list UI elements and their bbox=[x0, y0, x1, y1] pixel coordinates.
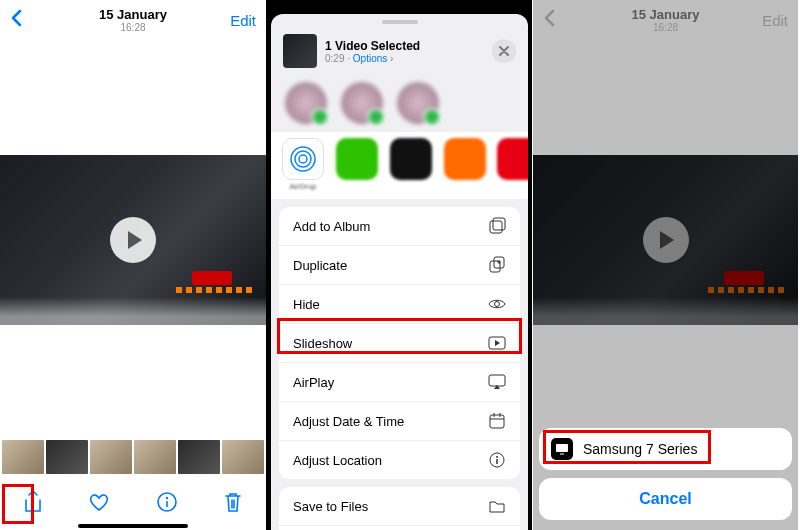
app-icon[interactable] bbox=[444, 138, 486, 180]
action-airplay[interactable]: AirPlay bbox=[279, 363, 520, 402]
nav-time: 16:28 bbox=[0, 22, 266, 33]
wechat-icon[interactable] bbox=[336, 138, 378, 180]
action-add-to-album[interactable]: Add to Album bbox=[279, 207, 520, 246]
action-open-qqmail[interactable]: Open in QQ Mail bbox=[279, 526, 520, 530]
selection-header: 1 Video Selected 0:29 · Options › bbox=[271, 30, 528, 78]
svg-rect-11 bbox=[489, 375, 505, 386]
actions-group-2: Save to Files Open in QQ Mail bbox=[279, 487, 520, 530]
app-airdrop[interactable]: AirDrop bbox=[281, 138, 325, 191]
svg-rect-6 bbox=[493, 218, 505, 230]
play-icon[interactable] bbox=[110, 217, 156, 263]
video-preview[interactable] bbox=[0, 155, 266, 325]
svg-rect-12 bbox=[490, 415, 504, 428]
nav-date: 15 January bbox=[0, 7, 266, 22]
folder-icon bbox=[488, 497, 506, 515]
selection-thumbnail bbox=[283, 34, 317, 68]
bottom-toolbar bbox=[0, 484, 266, 520]
options-link[interactable]: Options bbox=[353, 53, 387, 64]
app-label: AirDrop bbox=[281, 182, 325, 191]
duplicate-icon bbox=[488, 256, 506, 274]
action-adjust-location[interactable]: Adjust Location bbox=[279, 441, 520, 479]
svg-point-1 bbox=[166, 497, 168, 499]
sheet-grabber[interactable] bbox=[382, 20, 418, 24]
nav-bar: 15 January 16:28 Edit bbox=[0, 0, 266, 40]
info-icon bbox=[488, 451, 506, 469]
svg-point-3 bbox=[295, 151, 311, 167]
edit-button[interactable]: Edit bbox=[230, 12, 256, 29]
info-icon[interactable] bbox=[156, 491, 178, 513]
app-icon[interactable] bbox=[497, 138, 528, 180]
action-adjust-date[interactable]: Adjust Date & Time bbox=[279, 402, 520, 441]
cancel-button[interactable]: Cancel bbox=[539, 478, 792, 520]
home-indicator bbox=[78, 524, 188, 528]
decor-stripes bbox=[176, 287, 256, 293]
svg-point-2 bbox=[299, 155, 307, 163]
action-save-to-files[interactable]: Save to Files bbox=[279, 487, 520, 526]
airplay-icon bbox=[488, 373, 506, 391]
svg-point-9 bbox=[495, 302, 500, 307]
heart-icon[interactable] bbox=[88, 492, 110, 512]
thumbnail-strip[interactable] bbox=[0, 440, 266, 474]
trash-icon[interactable] bbox=[223, 491, 243, 513]
airplay-device-row[interactable]: Samsung 7 Series bbox=[539, 428, 792, 470]
airplay-popup: Samsung 7 Series Cancel bbox=[539, 428, 792, 520]
logo-badge bbox=[192, 271, 232, 285]
selection-title: 1 Video Selected bbox=[325, 39, 484, 53]
airplay-picker-screen: 15 January 16:28 Edit Samsung 7 Series C… bbox=[532, 0, 798, 530]
svg-point-14 bbox=[496, 456, 498, 458]
airdrop-contacts[interactable] bbox=[271, 78, 528, 132]
nav-title: 15 January 16:28 bbox=[0, 7, 266, 33]
douyin-icon[interactable] bbox=[390, 138, 432, 180]
share-sheet-screen: 1 Video Selected 0:29 · Options › A bbox=[266, 0, 532, 530]
album-icon bbox=[488, 217, 506, 235]
eye-icon bbox=[488, 295, 506, 313]
app-row[interactable]: AirDrop bbox=[271, 132, 528, 199]
back-chevron-icon[interactable] bbox=[10, 9, 22, 31]
highlight-share bbox=[2, 484, 34, 524]
highlight-airplay bbox=[277, 318, 522, 354]
photos-detail-screen: 15 January 16:28 Edit bbox=[0, 0, 266, 530]
calendar-icon bbox=[488, 412, 506, 430]
selection-subtitle: 0:29 · Options › bbox=[325, 53, 484, 64]
share-sheet: 1 Video Selected 0:29 · Options › A bbox=[271, 14, 528, 530]
close-icon[interactable] bbox=[492, 39, 516, 63]
highlight-device bbox=[543, 430, 711, 464]
svg-rect-5 bbox=[490, 221, 502, 233]
airdrop-icon bbox=[282, 138, 324, 180]
action-duplicate[interactable]: Duplicate bbox=[279, 246, 520, 285]
